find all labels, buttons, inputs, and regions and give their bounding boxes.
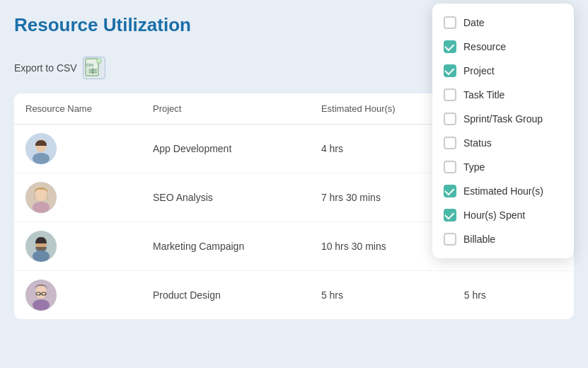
dropdown-item[interactable]: Date bbox=[432, 11, 574, 35]
toolbar: Export to CSV CSV Add Column + DateResou… bbox=[14, 53, 574, 82]
col-header-resource-name: Resource Name bbox=[14, 93, 142, 125]
column-label: Billable bbox=[463, 234, 495, 245]
column-label: Project bbox=[463, 65, 495, 76]
avatar bbox=[25, 182, 57, 213]
toolbar-right: Add Column + DateResourceProjectTask Tit… bbox=[469, 53, 574, 82]
dropdown-item[interactable]: Estimated Hour(s) bbox=[432, 179, 574, 203]
svg-rect-6 bbox=[97, 59, 101, 63]
avatar bbox=[25, 280, 57, 311]
dropdown-item[interactable]: Hour(s) Spent bbox=[432, 203, 574, 227]
dropdown-item[interactable]: Type bbox=[432, 155, 574, 179]
column-label: Sprint/Task Group bbox=[463, 113, 543, 125]
svg-text:CSV: CSV bbox=[86, 63, 94, 67]
table-row: Product Design 5 hrs 5 hrs bbox=[14, 271, 574, 320]
svg-point-9 bbox=[33, 153, 50, 164]
project-cell: SEO Analysis bbox=[142, 173, 310, 222]
project-cell: Product Design bbox=[142, 271, 310, 320]
svg-point-15 bbox=[33, 251, 50, 262]
estimated-hours-cell: 7 hrs 30 mins bbox=[310, 173, 453, 222]
dropdown-item[interactable]: Project bbox=[432, 59, 574, 83]
svg-rect-1 bbox=[87, 68, 97, 74]
dropdown-item[interactable]: Sprint/Task Group bbox=[432, 107, 574, 131]
column-label: Resource bbox=[463, 41, 506, 52]
resource-name-cell bbox=[14, 125, 142, 173]
column-label: Hour(s) Spent bbox=[463, 209, 525, 221]
column-checkbox[interactable] bbox=[444, 40, 456, 53]
avatar bbox=[25, 231, 57, 262]
project-cell: Marketing Campaign bbox=[142, 222, 310, 271]
svg-point-21 bbox=[33, 299, 50, 311]
column-label: Estimated Hour(s) bbox=[463, 185, 543, 197]
column-checkbox[interactable] bbox=[444, 233, 456, 246]
column-checkbox[interactable] bbox=[444, 161, 456, 173]
svg-point-12 bbox=[33, 202, 50, 213]
resource-name-cell bbox=[14, 173, 142, 222]
column-label: Type bbox=[463, 161, 485, 173]
dropdown-item[interactable]: Resource bbox=[432, 35, 574, 59]
hours-spent-cell: 5 hrs bbox=[453, 271, 574, 320]
csv-icon: CSV bbox=[83, 57, 105, 79]
column-label: Status bbox=[463, 137, 492, 149]
estimated-hours-cell: 4 hrs bbox=[310, 125, 453, 173]
estimated-hours-cell: 5 hrs bbox=[310, 271, 453, 320]
column-checkbox[interactable] bbox=[444, 64, 456, 77]
col-header-project: Project bbox=[142, 93, 310, 125]
column-checkbox[interactable] bbox=[444, 88, 456, 101]
export-label: Export to CSV bbox=[14, 62, 77, 74]
resource-name-cell bbox=[14, 222, 142, 271]
export-csv-button[interactable]: Export to CSV CSV bbox=[14, 57, 105, 79]
column-label: Date bbox=[463, 17, 485, 28]
avatar bbox=[25, 133, 57, 164]
estimated-hours-cell: 10 hrs 30 mins bbox=[310, 222, 453, 271]
column-checkbox[interactable] bbox=[444, 137, 456, 149]
column-label: Task Title bbox=[463, 89, 505, 100]
dropdown-item[interactable]: Billable bbox=[432, 227, 574, 251]
project-cell: App Development bbox=[142, 125, 310, 173]
resource-name-cell bbox=[14, 271, 142, 320]
dropdown-item[interactable]: Task Title bbox=[432, 83, 574, 107]
column-checkbox[interactable] bbox=[444, 209, 456, 222]
column-checkbox[interactable] bbox=[444, 113, 456, 125]
column-checkbox[interactable] bbox=[444, 185, 456, 197]
col-header-estimated-hours: Estimated Hour(s) bbox=[310, 93, 453, 125]
column-dropdown: DateResourceProjectTask TitleSprint/Task… bbox=[432, 4, 574, 258]
column-checkbox[interactable] bbox=[444, 16, 456, 29]
svg-point-11 bbox=[35, 188, 47, 201]
dropdown-item[interactable]: Status bbox=[432, 131, 574, 155]
